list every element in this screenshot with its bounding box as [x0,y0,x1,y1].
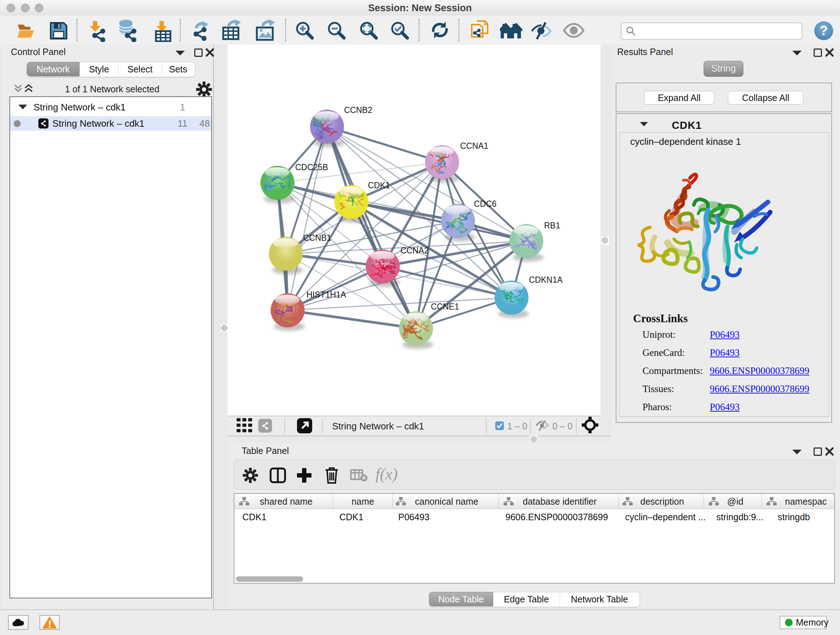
svg-text:CCNA2: CCNA2 [401,246,429,255]
svg-text:CDC25B: CDC25B [295,163,328,172]
svg-text:CDKN1A: CDKN1A [529,275,563,285]
svg-text:CDC6: CDC6 [474,199,497,209]
svg-text:CDK1: CDK1 [368,181,390,190]
svg-text:CCNB1: CCNB1 [303,233,332,242]
svg-text:?: ? [820,23,828,38]
svg-text:CCNB2: CCNB2 [344,105,372,115]
svg-text:RB1: RB1 [544,221,561,230]
svg-text:HIST1H1A: HIST1H1A [306,290,347,299]
svg-text:CCNA1: CCNA1 [460,141,488,150]
svg-text:CCNE1: CCNE1 [431,302,459,311]
